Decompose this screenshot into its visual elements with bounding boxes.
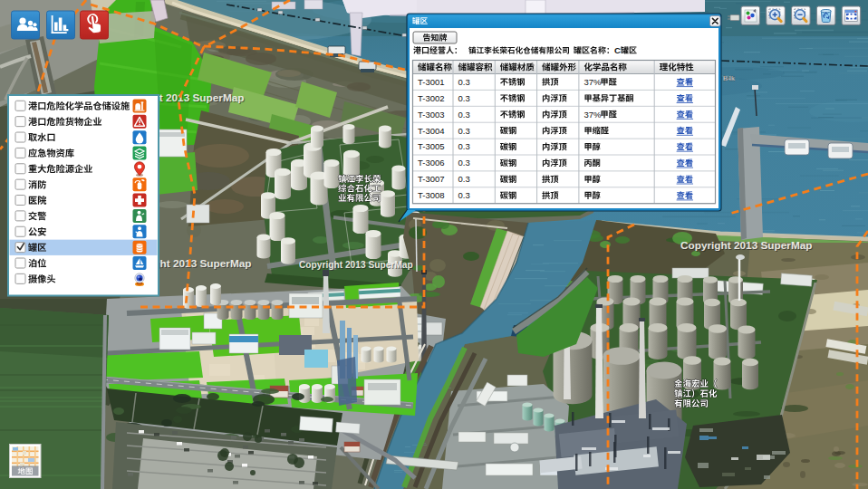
svg-text:Copyright 2013 SuperMap: Copyright 2013 SuperMap — [299, 260, 413, 270]
svg-text:0.3: 0.3 — [458, 93, 470, 103]
svg-text:T-3002: T-3002 — [418, 93, 445, 103]
svg-text:0.3: 0.3 — [458, 110, 470, 120]
svg-text:0.3: 0.3 — [458, 158, 470, 168]
svg-text:T-3006: T-3006 — [418, 158, 445, 168]
svg-text:B4k: B4k — [723, 75, 735, 82]
svg-text:T-3007: T-3007 — [418, 174, 445, 184]
svg-text:T-3008: T-3008 — [418, 190, 445, 200]
svg-text:0.3: 0.3 — [458, 141, 470, 151]
svg-text:0.3: 0.3 — [458, 126, 470, 136]
svg-text:37%: 37% — [583, 110, 602, 120]
svg-text:T-3005: T-3005 — [418, 141, 445, 151]
svg-text:0.3: 0.3 — [458, 77, 470, 87]
svg-text:37%: 37% — [583, 77, 602, 87]
svg-text:Copyright 2013 SuperMap: Copyright 2013 SuperMap — [680, 239, 813, 252]
svg-text:C: C — [614, 45, 621, 55]
svg-text:0.3: 0.3 — [458, 190, 470, 200]
svg-text:T-3003: T-3003 — [418, 110, 445, 120]
svg-text:T-3004: T-3004 — [418, 126, 445, 136]
svg-text:0.3: 0.3 — [458, 174, 470, 184]
svg-text:T-3001: T-3001 — [418, 77, 445, 87]
